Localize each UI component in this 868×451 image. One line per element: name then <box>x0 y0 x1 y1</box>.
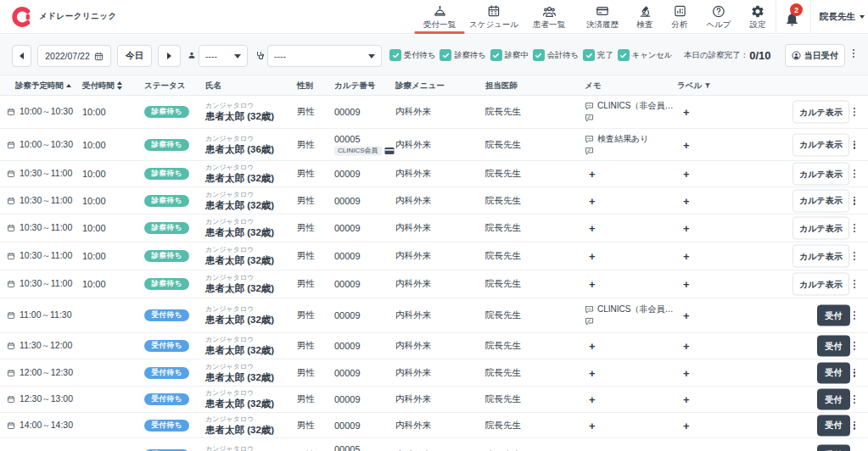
nav-item-label: スケジュール <box>469 19 518 31</box>
reception-button[interactable]: 受付 <box>817 415 850 436</box>
column-header-10[interactable]: ラベル <box>677 75 711 96</box>
doctor-cell: 院長先生 <box>485 340 521 352</box>
add-memo-button[interactable]: + <box>589 276 596 292</box>
open-chart-button[interactable]: カルテ表示 <box>792 273 849 296</box>
reception-button[interactable]: 受付 <box>817 389 850 410</box>
next-day-button[interactable] <box>158 45 181 67</box>
add-memo-button[interactable]: + <box>589 193 596 209</box>
menu-filter-select[interactable]: ---- <box>267 45 382 67</box>
patient-kana: カンジャタロウ <box>205 247 274 253</box>
memo-entry[interactable]: CLINICS（非会員… <box>585 305 673 314</box>
toolbar-more-button[interactable] <box>853 49 854 58</box>
reception-button[interactable]: 受付 <box>817 362 850 383</box>
add-memo-button[interactable]: + <box>589 220 596 236</box>
row-more-button[interactable] <box>854 196 855 204</box>
row-more-button[interactable] <box>854 108 855 116</box>
open-chart-button[interactable]: カルテ表示 <box>792 245 849 268</box>
add-label-button[interactable]: + <box>683 392 690 407</box>
add-label-button[interactable]: + <box>683 418 690 433</box>
plus-icon: + <box>589 195 596 208</box>
patient-name: 患者太郎 (32歳) <box>205 399 274 409</box>
table-row: 11:00～11:30受付待ちカンジャタロウ患者太郎 (32歳)男性00009内… <box>0 298 868 333</box>
row-more-button[interactable] <box>854 368 855 376</box>
nav-item-2[interactable]: スケジュール <box>469 0 518 34</box>
column-header-4: 氏名 <box>205 75 221 96</box>
open-chart-button[interactable]: カルテ表示 <box>792 133 849 156</box>
add-memo-entry[interactable] <box>585 147 648 155</box>
reception-button[interactable]: 受付 <box>817 444 850 451</box>
add-label-button[interactable]: + <box>683 104 690 120</box>
open-chart-button[interactable]: カルテ表示 <box>792 101 849 124</box>
add-memo-button[interactable]: + <box>589 166 596 181</box>
open-chart-button[interactable]: カルテ表示 <box>792 189 849 212</box>
column-header-label: 受付時間 <box>82 81 115 92</box>
status-filter-3[interactable]: 診察中 <box>490 49 529 61</box>
row-more-button[interactable] <box>854 280 855 288</box>
notification-bell-button[interactable]: 2 <box>784 3 806 31</box>
add-label-button[interactable]: + <box>683 365 690 381</box>
sort-icon <box>117 81 122 90</box>
add-memo-button[interactable]: + <box>589 418 596 433</box>
scheduled-time: 10:30～11:00 <box>20 250 72 262</box>
add-memo-entry[interactable] <box>585 114 673 122</box>
patient-name: 患者太郎 (32歳) <box>205 174 274 184</box>
reception-button[interactable]: 受付 <box>817 305 850 326</box>
checkbox-checked-icon <box>490 49 502 61</box>
add-memo-button[interactable]: + <box>589 248 596 264</box>
user-menu-button[interactable]: 院長先生 <box>820 0 865 34</box>
add-memo-entry[interactable] <box>585 317 673 326</box>
today-button[interactable]: 今日 <box>117 45 152 67</box>
doctor-filter-select[interactable]: ---- <box>199 45 248 67</box>
patient-kana: カンジャタロウ <box>205 191 274 198</box>
status-filter-5[interactable]: 完了 <box>583 49 613 61</box>
open-chart-button[interactable]: カルテ表示 <box>792 217 849 240</box>
plus-icon: + <box>589 168 596 181</box>
plus-icon: + <box>589 222 596 235</box>
reception-button[interactable]: 受付 <box>817 336 850 357</box>
nav-item-6[interactable]: 分析 <box>672 0 688 34</box>
nav-item-7[interactable]: ヘルプ <box>706 0 731 34</box>
row-more-button[interactable] <box>854 140 855 148</box>
add-label-button[interactable]: + <box>683 448 690 451</box>
add-memo-button[interactable]: + <box>589 392 596 407</box>
nav-item-label: ヘルプ <box>706 19 731 31</box>
status-filter-1[interactable]: 受付待ち <box>389 49 435 61</box>
status-badge: 受付待ち <box>144 420 189 432</box>
row-more-button[interactable] <box>854 342 855 350</box>
row-more-button[interactable] <box>854 395 855 404</box>
status-filter-4[interactable]: 会計待ち <box>533 49 579 61</box>
nav-item-8[interactable]: 設定 <box>750 0 766 34</box>
plus-icon: + <box>683 195 690 208</box>
add-label-button[interactable]: + <box>683 166 690 181</box>
status-filter-2[interactable]: 診察待ち <box>440 49 485 61</box>
memo-entry[interactable]: CLINICS（非会員… <box>585 102 673 110</box>
nav-item-1[interactable]: 受付一覧 <box>423 0 456 34</box>
nav-item-3[interactable]: 患者一覧 <box>533 0 565 34</box>
row-more-button[interactable] <box>854 311 855 320</box>
add-label-button[interactable]: + <box>683 338 690 354</box>
status-filter-6[interactable]: キャンセル <box>618 49 673 61</box>
add-label-button[interactable]: + <box>683 308 690 323</box>
date-picker[interactable]: 2022/07/22 <box>37 45 111 67</box>
add-memo-button[interactable]: + <box>589 338 596 354</box>
open-chart-button[interactable]: カルテ表示 <box>792 163 849 186</box>
column-header-2[interactable]: 受付時間 <box>82 75 122 96</box>
add-memo-button[interactable]: + <box>589 365 596 381</box>
row-more-button[interactable] <box>854 224 855 232</box>
speech-bubble-edit-icon <box>585 114 594 122</box>
add-label-button[interactable]: + <box>683 248 690 264</box>
add-label-button[interactable]: + <box>683 276 690 292</box>
row-more-button[interactable] <box>854 170 855 178</box>
row-more-button[interactable] <box>854 420 855 429</box>
nav-item-4[interactable]: 決済履歴 <box>586 0 619 34</box>
add-memo-button[interactable]: + <box>589 448 596 451</box>
column-header-1[interactable]: 診察予定時間 <box>15 75 71 96</box>
row-more-button[interactable] <box>854 252 855 260</box>
nav-item-5[interactable]: 検査 <box>637 0 653 34</box>
memo-entry[interactable]: 検査結果あり <box>585 135 648 143</box>
add-label-button[interactable]: + <box>683 137 690 153</box>
add-label-button[interactable]: + <box>683 220 690 236</box>
add-label-button[interactable]: + <box>683 193 690 209</box>
walkin-reception-button[interactable]: 当日受付 <box>785 44 845 67</box>
prev-day-button[interactable] <box>12 45 31 67</box>
